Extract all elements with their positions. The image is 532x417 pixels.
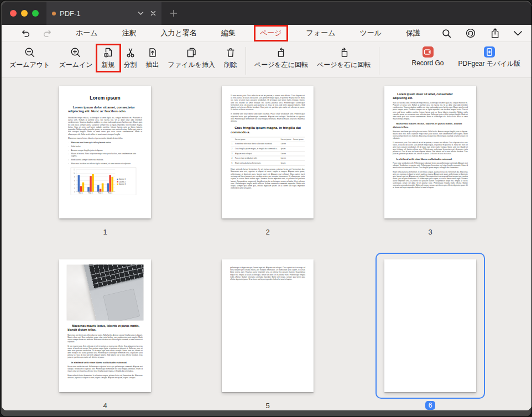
trash-icon [225,46,237,59]
doc-paragraph: Maecenas non lorem quis tellus placerat … [393,131,468,139]
menu-item-edit[interactable]: 編集 [221,28,236,38]
insert-file-icon [185,46,197,59]
page-cell-4: Maecenas mauris lectus, lobortis et puru… [50,253,160,410]
split-button[interactable]: 分割 [119,46,142,70]
tab-close-icon[interactable] [150,11,156,16]
page-thumbnail-grid: Lorem ipsum Lorem ipsum dolor sit amet, … [2,78,531,410]
split-scissors-icon [124,46,137,59]
rotate-right-icon [338,46,350,59]
rotate-left-button[interactable]: ページを左に回転 [250,46,312,70]
toolbar-divider [246,47,246,75]
zoom-in-icon [70,46,82,59]
new-page-icon [102,46,114,59]
doc-paragraph: Ut non mauris justo. Duis vehicula mi ve… [231,95,305,111]
doc-paragraph: In eleifend velit vitae libero sollicitu… [231,113,305,123]
menu-item-protect[interactable]: 保護 [406,28,420,38]
rotate-left-icon [275,46,288,59]
support-headset-icon[interactable] [465,28,476,39]
new-page-button[interactable]: 新規 [97,46,119,70]
page-number-5: 5 [265,400,269,410]
undo-icon[interactable] [20,28,30,38]
page-thumbnail-6-selected[interactable] [375,253,485,399]
record-go-icon [423,46,434,58]
blank-page [384,259,476,392]
laptop-photo [67,265,144,321]
laptop-trackpad [103,289,140,320]
delete-button[interactable]: 削除 [220,46,242,70]
page-cell-2: Ut non mauris justo. Duis vehicula mi ve… [213,79,322,237]
doc-subtitle: Lorem ipsum dolor sit amet, consectetur … [68,105,142,113]
toolbar: ズームアウト ズームイン 新規 分割 抽出 ファイルを挿入 [2,42,531,78]
close-window-button[interactable] [10,10,17,17]
page-thumbnail-2[interactable]: Ut non mauris justo. Duis vehicula mi ve… [213,79,322,225]
tab-chevron-down-icon[interactable] [138,11,144,15]
modified-dot-icon [52,12,56,15]
page-cell-1: Lorem ipsum Lorem ipsum dolor sit amet, … [50,79,160,237]
doc-paragraph: Etiam vehicula luctus fermentum. In vel … [67,374,143,379]
doc-paragraph: Ut non mauris justo. Duis vehicula mi ve… [393,142,468,155]
menu-item-fill-sign[interactable]: 入力と署名 [161,28,197,38]
app-window: PDF-1 ホーム 注釈 入力と署名 編集 ページ フ [2,2,531,410]
page-cell-6: 6 [375,253,485,410]
bar-chart-legend: Column 1Column 2Column 3 [117,170,126,194]
laptop-image [80,265,143,321]
menu-item-home[interactable]: ホーム [76,28,98,38]
page-thumbnail-3[interactable]: Lorem ipsum dolor sit amet, consectetur … [375,79,485,225]
doc-heading: Cras fringilla ipsum magna, in fringilla… [231,126,305,134]
doc-paragraph: Fusce vitae vestibulum velit. Pellentesq… [67,366,143,372]
doc-table: Lorem ipsum Lorem ipsum Lorem ipsum 1In … [231,137,305,166]
menu-item-form[interactable]: フォーム [306,28,336,38]
doc-paragraph: Vestibulum neque massa, scelerisque sit … [68,117,142,135]
doc-paragraph: Etiam vehicula luctus fermentum. In vel … [231,168,305,190]
page-number-3: 3 [428,226,432,237]
insert-file-button[interactable]: ファイルを挿入 [164,46,220,70]
doc-title: Lorem ipsum [59,95,151,101]
collapse-toolbar-chevron-icon[interactable] [513,30,523,37]
zoom-window-button[interactable] [32,10,39,17]
record-go-button[interactable]: Record Go [407,46,448,69]
new-tab-icon[interactable] [170,9,178,17]
pdfgear-mobile-icon [484,46,495,58]
minimize-window-button[interactable] [21,10,28,17]
zoom-out-button[interactable]: ズームアウト [5,46,54,70]
page-thumbnail-5[interactable]: pellentesque ut dignissim quis, laoreet … [213,253,322,399]
zoom-in-button[interactable]: ズームイン [54,46,97,70]
zoom-out-icon [24,46,36,59]
page-thumbnail-4[interactable]: Maecenas mauris lectus, lobortis et puru… [50,253,160,399]
doc-bullet-list: Maecenas non lorem quis tellus placerat … [71,142,142,165]
doc-paragraph: Maecenas mauris lectus, lobortis et puru… [68,138,142,140]
page-number-1: 1 [103,226,107,237]
page-number-6: 6 [425,400,436,410]
doc-heading: Maecenas mauris lectus, lobortis et puru… [393,122,468,128]
menu-items: ホーム 注釈 入力と署名 編集 ページ フォーム ツール 保護 [76,28,420,38]
toolbar-divider [379,47,379,75]
doc-paragraph: Etiam vehicula luctus fermentum. In vel … [393,171,468,189]
share-icon[interactable] [489,28,500,39]
doc-paragraph: Maecenas non lorem quis tellus placerat … [67,334,143,343]
screen-frame: PDF-1 ホーム 注釈 入力と署名 編集 ページ フ [0,0,532,417]
traffic-lights [2,2,46,25]
doc-heading: Lorem ipsum dolor sit amet, consectetur … [393,92,468,100]
selected-page-badge: 6 [425,401,436,410]
menu-item-tools[interactable]: ツール [359,28,382,38]
document-tab[interactable]: PDF-1 [46,2,161,25]
menubar: ホーム 注釈 入力と署名 編集 ページ フォーム ツール 保護 [2,25,531,42]
rotate-right-button[interactable]: ページを右に回転 [312,46,375,70]
redo-icon[interactable] [43,28,53,38]
search-icon[interactable] [441,28,452,39]
doc-paragraph: Ut non mauris justo. Duis vehicula mi ve… [67,345,143,358]
extract-button[interactable]: 抽出 [142,46,164,70]
menu-item-page[interactable]: ページ [260,28,282,38]
bar-chart-xlabels: Row 1Row 2Row 3Row 4 [76,192,115,194]
tab-title: PDF-1 [60,9,81,18]
page-thumbnail-1[interactable]: Lorem ipsum Lorem ipsum dolor sit amet, … [50,79,160,225]
menu-item-annotate[interactable]: 注釈 [122,28,137,38]
pdfgear-mobile-button[interactable]: PDFgear モバイル版 [454,46,525,69]
laptop-keyboard [85,265,143,289]
page-cell-5: pellentesque ut dignissim quis, laoreet … [213,253,322,410]
doc-heading: Maecenas mauris lectus, lobortis et puru… [67,325,143,332]
bar-chart-plot [76,170,115,192]
doc-paragraph: Nunc ac faucibus odio. Vestibulum neque … [393,102,468,121]
doc-heading: In eleifend velit vitae libero sollicitu… [67,361,143,364]
doc-paragraph: Fusce vitae vestibulum velit. Pellentesq… [393,162,468,169]
